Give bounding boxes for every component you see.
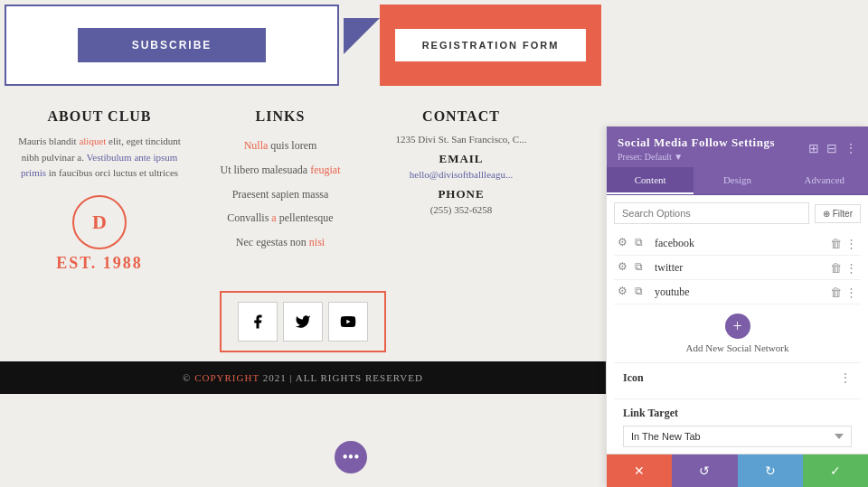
panel-icon-1[interactable]: ⊞ [808, 141, 819, 156]
site-footer: © COPYRIGHT 2021 | ALL RIGHTS RESERVED [0, 361, 606, 394]
icon-section: Icon ⋮ [614, 362, 861, 398]
icon-section-more[interactable]: ⋮ [839, 370, 852, 386]
search-input[interactable] [614, 202, 809, 224]
search-row: ⊕ Filter [614, 202, 861, 224]
filter-label: Filter [833, 209, 853, 219]
network-row-youtube: ⚙ ⧉ youtube 🗑 ⋮ [614, 280, 861, 304]
add-network-row[interactable]: + Add New Social Network [614, 304, 861, 362]
icon-section-title: Icon [623, 371, 644, 385]
network-icons-facebook: ⚙ ⧉ [618, 236, 649, 250]
network-name-facebook: facebook [655, 237, 825, 250]
delete-facebook-button[interactable]: 🗑 [830, 237, 842, 250]
link-target-section: Link Target In The New Tab [614, 398, 861, 454]
panel-preset[interactable]: Preset: Default ▼ [618, 152, 775, 162]
registration-button[interactable]: REGISTRATION FORM [395, 29, 587, 61]
link-item[interactable]: Ut libero malesuada feugiat [199, 163, 362, 178]
network-row-twitter: ⚙ ⧉ twitter 🗑 ⋮ [614, 256, 861, 280]
panel-header-icons: ⊞ ⊟ ⋮ [808, 141, 857, 156]
contact-heading: CONTACT [371, 108, 552, 125]
arrow-divider [344, 0, 380, 90]
network-icons-twitter: ⚙ ⧉ [618, 260, 649, 275]
about-text: Mauris blandit aliquet elit, eget tincid… [9, 134, 190, 182]
copy-icon-twitter[interactable]: ⧉ [635, 260, 649, 275]
network-icons-youtube: ⚙ ⧉ [618, 285, 649, 299]
main-content: SUBSCRIBE REGISTRATION FORM ABOUT CLUB M… [0, 0, 606, 487]
links-block: LINKS Nulla quis lorem Ut libero malesua… [199, 108, 362, 273]
twitter-icon-button[interactable] [283, 302, 323, 342]
tab-advanced[interactable]: Advanced [781, 167, 868, 194]
more-twitter-button[interactable]: ⋮ [845, 261, 857, 275]
subscribe-block: SUBSCRIBE [5, 5, 339, 86]
settings-panel: Social Media Follow Settings Preset: Def… [606, 126, 868, 487]
youtube-icon-button[interactable] [328, 302, 368, 342]
network-actions-twitter: 🗑 ⋮ [830, 261, 857, 275]
tab-design[interactable]: Design [693, 167, 780, 194]
panel-body: ⊕ Filter ⚙ ⧉ facebook 🗑 ⋮ ⚙ ⧉ twitter [607, 195, 868, 454]
info-section: ABOUT CLUB Mauris blandit aliquet elit, … [0, 90, 606, 282]
link-target-select[interactable]: In The New Tab [623, 426, 852, 447]
network-actions-youtube: 🗑 ⋮ [830, 286, 857, 299]
panel-title: Social Media Follow Settings [618, 136, 775, 150]
subscribe-button[interactable]: SUBSCRIBE [78, 28, 267, 62]
panel-header-info: Social Media Follow Settings Preset: Def… [618, 136, 775, 162]
copy-icon-youtube[interactable]: ⧉ [635, 285, 649, 299]
phone-heading: PHONE [371, 187, 552, 201]
panel-more-icon[interactable]: ⋮ [844, 141, 857, 156]
more-facebook-button[interactable]: ⋮ [845, 237, 857, 250]
contact-block: CONTACT 1235 Divi St. San Francisco, C..… [371, 108, 552, 273]
social-section [0, 291, 606, 352]
network-actions-facebook: 🗑 ⋮ [830, 237, 857, 250]
about-block: ABOUT CLUB Mauris blandit aliquet elit, … [9, 108, 190, 273]
link-item[interactable]: Nulla quis lorem [199, 138, 362, 154]
confirm-button[interactable]: ✓ [803, 454, 868, 487]
contact-email[interactable]: hello@divisoftballleagu... [371, 169, 552, 180]
gear-icon-twitter[interactable]: ⚙ [618, 260, 632, 275]
network-name-youtube: youtube [655, 286, 825, 299]
panel-icon-2[interactable]: ⊟ [826, 141, 837, 156]
social-icons-box [220, 291, 386, 352]
cancel-button[interactable]: ✕ [607, 454, 672, 487]
facebook-icon-button[interactable] [238, 302, 278, 342]
contact-phone: (255) 352-6258 [371, 204, 552, 215]
panel-header: Social Media Follow Settings Preset: Def… [607, 126, 868, 167]
add-circle-icon: + [725, 314, 750, 339]
link-item[interactable]: Praesent sapien massa [199, 187, 362, 202]
network-row-facebook: ⚙ ⧉ facebook 🗑 ⋮ [614, 231, 861, 256]
links-heading: LINKS [199, 108, 362, 125]
add-network-label: Add New Social Network [686, 342, 789, 353]
gear-icon-youtube[interactable]: ⚙ [618, 285, 632, 299]
tab-content[interactable]: Content [607, 167, 693, 194]
delete-youtube-button[interactable]: 🗑 [830, 286, 842, 299]
more-youtube-button[interactable]: ⋮ [845, 286, 857, 299]
est-text: EST. 1988 [9, 254, 190, 273]
filter-icon: ⊕ [823, 209, 830, 219]
panel-footer: ✕ ↺ ↻ ✓ [607, 454, 868, 487]
about-heading: ABOUT CLUB [9, 108, 190, 125]
avatar: D [72, 195, 127, 249]
filter-button[interactable]: ⊕ Filter [815, 204, 861, 223]
footer-text: © COPYRIGHT 2021 | ALL RIGHTS RESERVED [183, 372, 423, 383]
top-section: SUBSCRIBE REGISTRATION FORM [0, 0, 606, 90]
contact-address: 1235 Divi St. San Francisco, C... [371, 134, 552, 145]
link-item[interactable]: Convallis a pellentesque [199, 211, 362, 226]
link-target-section-header: Link Target [623, 407, 852, 420]
reset-button[interactable]: ↺ [672, 454, 737, 487]
icon-section-header: Icon ⋮ [623, 370, 852, 386]
email-heading: EMAIL [371, 152, 552, 166]
gear-icon-facebook[interactable]: ⚙ [618, 236, 632, 250]
registration-block: REGISTRATION FORM [380, 5, 601, 86]
link-target-title: Link Target [623, 407, 678, 420]
delete-twitter-button[interactable]: 🗑 [830, 261, 842, 275]
network-name-twitter: twitter [655, 261, 825, 275]
fab-button[interactable]: ••• [335, 441, 367, 473]
redo-button[interactable]: ↻ [738, 454, 803, 487]
panel-tabs: Content Design Advanced [607, 167, 868, 195]
copy-icon-facebook[interactable]: ⧉ [635, 236, 649, 250]
link-item[interactable]: Nec egestas non nisi [199, 235, 362, 250]
